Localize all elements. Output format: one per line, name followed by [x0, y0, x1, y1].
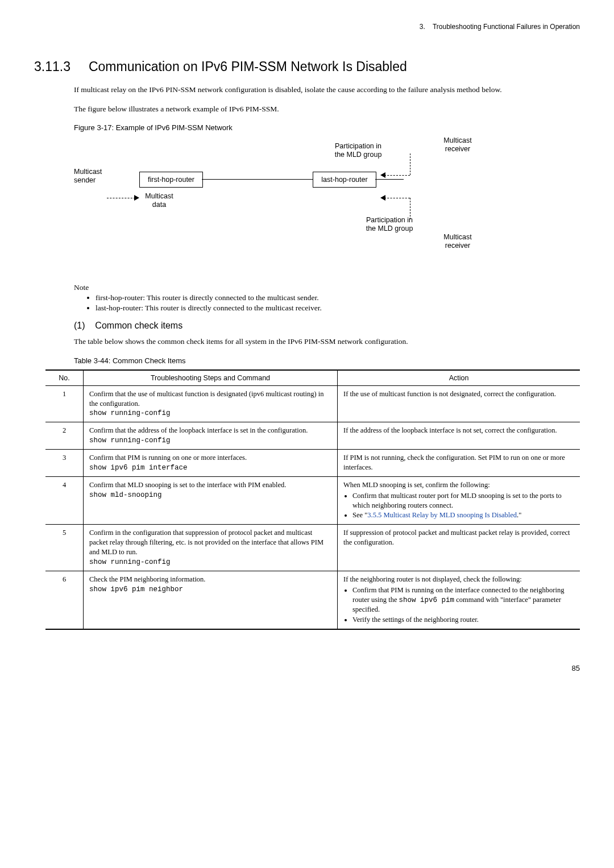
steps-text: Confirm that MLD snooping is set to the … — [89, 481, 286, 489]
cell-no: 2 — [45, 422, 84, 450]
cell-steps: Confirm that PIM is running on one or mo… — [84, 450, 338, 477]
sender-arrow-line — [107, 198, 135, 198]
steps-text: Confirm in the configuration that suppre… — [89, 529, 323, 556]
receiver1-arrow-vline — [410, 153, 410, 175]
first-hop-router-box: first-hop-router — [139, 172, 203, 188]
cell-action: If suppression of protocol packet and mu… — [338, 525, 580, 571]
note-list: first-hop-router: This router is directl… — [85, 293, 574, 313]
last-hop-router-box: last-hop-router — [313, 172, 376, 188]
note-item-2: last-hop-router: This router is directly… — [96, 304, 574, 313]
page-header: 3. Troubleshooting Functional Failures i… — [34, 23, 580, 31]
cell-steps: Confirm that the address of the loopback… — [84, 422, 338, 450]
steps-cmd: show ipv6 pim neighbor — [89, 585, 183, 593]
action-bullet: Confirm that PIM is running on the inter… — [352, 585, 574, 615]
cell-action: If the neighboring router is not display… — [338, 571, 580, 629]
multicast-data-label: Multicastdata — [136, 192, 182, 209]
page-number: 85 — [34, 664, 580, 672]
col-no: No. — [45, 370, 84, 386]
steps-cmd: show mld-snooping — [89, 491, 162, 499]
table-row: 6 Check the PIM neighboring information.… — [45, 571, 580, 629]
check-items-table: No. Troubleshooting Steps and Command Ac… — [45, 369, 580, 630]
cell-no: 3 — [45, 450, 84, 477]
cell-no: 4 — [45, 476, 84, 525]
figure-caption: Figure 3-17: Example of IPv6 PIM-SSM Net… — [74, 123, 574, 132]
multicast-sender-label: Multicastsender — [74, 168, 114, 184]
participation2-label: Participation inthe MLD group — [355, 216, 424, 232]
steps-cmd: show ipv6 pim interface — [89, 464, 188, 472]
steps-cmd: show running-config — [89, 558, 171, 566]
chapter-title: Troubleshooting Functional Failures in O… — [433, 23, 580, 31]
participation1-label: Participation inthe MLD group — [324, 142, 392, 159]
cell-action: If PIM is not running, check the configu… — [338, 450, 580, 477]
cell-no: 5 — [45, 525, 84, 571]
action-bullet: Confirm that multicast router port for M… — [352, 491, 574, 510]
cell-action: If the address of the loopback interface… — [338, 422, 580, 450]
note-item-1: first-hop-router: This router is directl… — [96, 293, 574, 302]
col-steps: Troubleshooting Steps and Command — [84, 370, 338, 386]
steps-text: Confirm that PIM is running on one or mo… — [89, 454, 247, 462]
cell-no: 6 — [45, 571, 84, 629]
section-title: Communication on IPv6 PIM-SSM Network Is… — [89, 59, 407, 74]
intro-para-2: The figure below illustrates a network e… — [74, 104, 574, 114]
steps-text: Confirm that the use of multicast functi… — [89, 390, 323, 408]
cell-steps: Confirm that MLD snooping is set to the … — [84, 476, 338, 525]
receiver2-arrow-head — [380, 195, 385, 201]
table-row: 2 Confirm that the address of the loopba… — [45, 422, 580, 450]
action-bullet: Verify the settings of the neighboring r… — [352, 615, 574, 625]
steps-cmd: show running-config — [89, 437, 171, 445]
cross-ref-link[interactable]: 3.5.5 Multicast Relay by MLD snooping Is… — [367, 511, 517, 519]
network-diagram: Multicastsender first-hop-router last-ho… — [74, 136, 529, 273]
section-heading: 3.11.3 Communication on IPv6 PIM-SSM Net… — [34, 59, 580, 74]
subsection-title: Common check items — [95, 321, 182, 330]
cell-action: When MLD snooping is set, confirm the fo… — [338, 476, 580, 525]
intro-para-1: If multicast relay on the IPv6 PIN-SSM n… — [74, 85, 574, 95]
multicast-receiver1-label: Multicastreceiver — [438, 136, 478, 153]
cell-action: If the use of multicast function is not … — [338, 385, 580, 422]
table-caption: Table 3-44: Common Check Items — [74, 356, 574, 365]
chapter-number: 3. — [420, 23, 425, 31]
note-label: Note — [74, 283, 574, 292]
subsection-number: (1) — [74, 321, 85, 330]
cell-no: 1 — [45, 385, 84, 422]
action-bullet: See "3.5.5 Multicast Relay by MLD snoopi… — [352, 510, 574, 520]
receiver2-arrow-hline — [384, 198, 410, 198]
receiver1-arrow-head — [380, 172, 385, 178]
action-intro: If the neighboring router is not display… — [343, 575, 522, 583]
action-intro: When MLD snooping is set, confirm the fo… — [343, 481, 490, 489]
cell-steps: Confirm in the configuration that suppre… — [84, 525, 338, 571]
bullet-code: show ipv6 pim — [399, 596, 455, 604]
table-row: 3 Confirm that PIM is running on one or … — [45, 450, 580, 477]
col-action: Action — [338, 370, 580, 386]
receiver-link-stub — [375, 179, 404, 180]
table-row: 1 Confirm that the use of multicast func… — [45, 385, 580, 422]
steps-cmd: show running-config — [89, 409, 171, 417]
section-number: 3.11.3 — [34, 59, 70, 74]
subsection-heading: (1) Common check items — [74, 321, 574, 331]
receiver1-arrow-hline — [384, 175, 410, 176]
cell-steps: Confirm that the use of multicast functi… — [84, 385, 338, 422]
table-row: 5 Confirm in the configuration that supp… — [45, 525, 580, 571]
cell-steps: Check the PIM neighboring information. s… — [84, 571, 338, 629]
multicast-receiver2-label: Multicastreceiver — [438, 233, 478, 250]
router-link-line — [202, 179, 313, 180]
steps-text: Confirm that the address of the loopback… — [89, 426, 308, 434]
table-row: 4 Confirm that MLD snooping is set to th… — [45, 476, 580, 525]
steps-text: Check the PIM neighboring information. — [89, 575, 205, 583]
subsection-para: The table below shows the common check i… — [74, 337, 574, 347]
